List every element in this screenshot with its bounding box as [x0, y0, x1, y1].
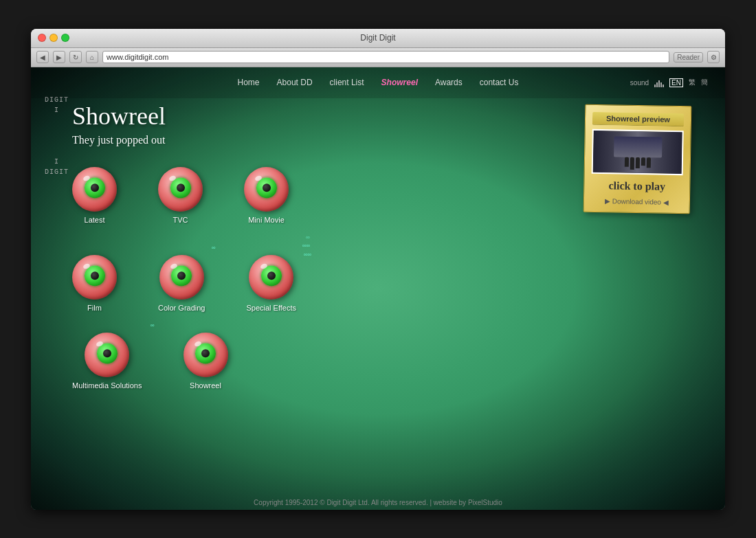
eye-ball-film	[72, 255, 117, 300]
browser-window: Digit Digit ◀ ▶ ↻ ⌂ www.digitdigit.com R…	[31, 29, 725, 510]
eye-label-film: Film	[87, 304, 102, 312]
eye-shine-multimedia	[96, 340, 104, 347]
sound-bar-1	[654, 85, 656, 87]
website-content: DIGITI IDIGIT Home About DD client List …	[31, 67, 725, 510]
nav-links-container: Home About DD client List Showreel Award…	[238, 78, 519, 87]
browser-window-controls	[38, 34, 69, 42]
eye-shine-film	[82, 262, 91, 269]
sound-icon[interactable]	[654, 78, 664, 87]
deco-row-1: ∞	[72, 238, 711, 241]
refresh-button[interactable]: ↻	[69, 51, 82, 63]
page-content: Showreel They just popped out Latest	[72, 102, 711, 482]
maximize-button[interactable]	[61, 34, 69, 42]
close-button[interactable]	[38, 34, 46, 42]
deco-dot-3: ∞∞	[302, 243, 310, 249]
showreel-preview-card[interactable]: Showreel preview click to	[583, 104, 692, 214]
eyes-row-3: ∞ Multimedia Solutions Showreel	[72, 333, 711, 390]
eye-label-tvc: TVC	[173, 216, 188, 224]
eye-ball-color-grading	[159, 255, 204, 300]
browser-toolbar: ◀ ▶ ↻ ⌂ www.digitdigit.com Reader ⚙	[31, 48, 725, 67]
eye-shine-latest	[82, 175, 91, 181]
eye-ball-multimedia	[85, 333, 129, 377]
thumb-figure-5	[646, 157, 650, 168]
deco-dot-5: ∞	[151, 322, 155, 328]
sound-bar-3	[658, 80, 660, 87]
eye-ball-mini-movie	[244, 167, 289, 212]
lang-simplified[interactable]: 簡	[701, 78, 708, 87]
eye-label-mini-movie: Mini Movie	[248, 216, 285, 224]
eye-ball-special-effects	[249, 255, 293, 300]
footer: Copyright 1995-2012 © Digit Digit Ltd. A…	[31, 499, 725, 506]
eye-label-multimedia: Multimedia Solutions	[72, 381, 142, 390]
browser-title: Digit Digit	[360, 33, 395, 43]
eye-item-showreel[interactable]: Showreel	[184, 333, 228, 390]
deco-dot-1: ∞	[306, 234, 310, 240]
eye-shine-special-effects	[260, 262, 268, 269]
left-sidebar: DIGITI IDIGIT	[45, 95, 69, 177]
eye-ball-latest	[72, 167, 117, 212]
nav-about[interactable]: About DD	[277, 78, 313, 87]
lang-en[interactable]: EN	[669, 78, 683, 87]
preview-thumbnail-inner	[593, 130, 682, 173]
thumb-figure-1	[624, 157, 628, 166]
nav-showreel[interactable]: Showreel	[381, 78, 418, 87]
sound-bar-4	[660, 82, 662, 87]
nav-clients[interactable]: client List	[330, 78, 364, 87]
eye-ball-tvc	[158, 167, 203, 212]
eye-label-latest: Latest	[85, 216, 105, 224]
preview-card-title: Showreel preview	[592, 111, 684, 126]
thumb-figure-3	[635, 157, 639, 168]
nav-awards[interactable]: Awards	[435, 78, 463, 87]
nav-home[interactable]: Home	[238, 78, 260, 87]
download-link[interactable]: ▶ Download video ◀	[591, 197, 682, 205]
eye-label-showreel: Showreel	[190, 381, 221, 390]
nav-right-controls: sound EN 繁 簡	[630, 78, 708, 87]
forward-button[interactable]: ▶	[53, 51, 65, 63]
sidebar-logo-bottom: IDIGIT	[45, 157, 69, 177]
sound-label: sound	[630, 79, 649, 87]
deco-dot-4: ∞∞	[304, 251, 311, 258]
address-bar[interactable]: www.digitdigit.com	[102, 51, 669, 63]
settings-button[interactable]: ⚙	[707, 51, 720, 63]
eye-shine-showreel	[194, 340, 202, 347]
eye-item-multimedia[interactable]: ∞ Multimedia Solutions	[72, 333, 142, 390]
sound-bar-5	[663, 85, 664, 87]
thumb-figures	[624, 157, 650, 170]
eye-item-film[interactable]: Film	[72, 255, 117, 312]
eye-shine-mini-movie	[254, 175, 263, 181]
thumb-figure-4	[641, 157, 645, 166]
thumb-bg-element	[614, 136, 663, 157]
browser-titlebar: Digit Digit	[31, 29, 725, 48]
eye-item-latest[interactable]: Latest	[72, 167, 117, 224]
sound-bar-2	[656, 82, 658, 87]
reader-button[interactable]: Reader	[674, 52, 703, 63]
eye-label-special-effects: Special Effects	[246, 304, 296, 312]
minimize-button[interactable]	[49, 34, 58, 42]
eye-shine-tvc	[168, 175, 177, 181]
eye-item-mini-movie[interactable]: Mini Movie	[244, 167, 289, 224]
eye-label-color-grading: Color Grading	[158, 304, 205, 312]
footer-text: Copyright 1995-2012 © Digit Digit Ltd. A…	[254, 499, 502, 506]
eye-item-color-grading[interactable]: ∞ Color Grading	[158, 255, 205, 312]
nav-contact[interactable]: contact Us	[480, 78, 519, 87]
eye-item-special-effects[interactable]: ∞∞ ∞∞ Special Effects	[246, 255, 296, 312]
deco-dot-2: ∞	[212, 245, 216, 251]
click-to-play-label[interactable]: click to play	[591, 179, 682, 192]
eyes-row-2: Film ∞ Color Grading ∞∞ ∞∞	[72, 255, 711, 312]
eye-ball-showreel	[184, 333, 228, 377]
lang-traditional[interactable]: 繁	[689, 78, 696, 87]
preview-thumbnail[interactable]	[592, 128, 684, 175]
eye-shine-color-grading	[170, 262, 178, 269]
eye-item-tvc[interactable]: TVC	[158, 167, 203, 224]
back-button[interactable]: ◀	[36, 51, 49, 63]
thumb-figure-2	[630, 157, 634, 169]
home-nav-button[interactable]: ⌂	[86, 51, 98, 63]
top-navigation: Home About DD client List Showreel Award…	[31, 67, 725, 98]
